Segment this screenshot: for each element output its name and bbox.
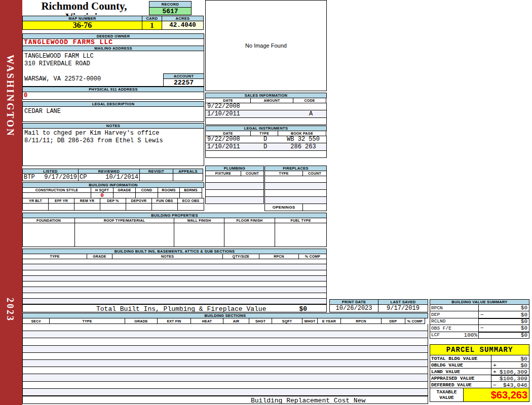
openings-label: OPENINGS <box>264 204 303 211</box>
bvs-row: RPCN $0 <box>430 304 529 311</box>
record-value: 5617 <box>149 7 192 15</box>
parcel-label: OBLDG VALUE <box>430 361 491 369</box>
building-section-row <box>23 324 428 331</box>
photo-placeholder: No Image Found <box>205 0 327 91</box>
instr-bookpage: WB 32 550 <box>279 136 327 143</box>
sale-date: 1/10/2011 <box>206 110 251 117</box>
building-sections-header: SEC# TYPE GRADE EXT FIN HEAT AIR SHGT SQ… <box>22 318 428 324</box>
sale-code <box>294 103 327 110</box>
map-card-acres-row: MAP NUMBER 36-76 CARD 1 ACRES 42.4040 <box>22 16 204 30</box>
taxable-value: $63,263 <box>463 388 529 402</box>
bvs-value: $0 <box>521 318 527 325</box>
built-ins-total-value: $0 <box>299 305 307 313</box>
fuel-type-value <box>275 223 327 247</box>
account-box: ACCOUNT 22257 <box>163 73 204 87</box>
fireplaces-table: FIREPLACES TYPE COUNT OPENINGS <box>264 166 327 211</box>
instrument-row: 1/10/2011 D 286 263 <box>206 143 326 151</box>
building-section-row <box>23 360 428 367</box>
sale-amount <box>251 110 294 117</box>
plumbing-table: PLUMBING FIXTURE COUNT <box>205 166 264 204</box>
wall-finish-value <box>174 223 224 247</box>
built-ins-row <box>23 281 326 287</box>
building-value-summary: BUILDING VALUE SUMMARY RPCN $0 DEP − $0 <box>430 299 529 339</box>
review-table: LISTED REVIEWED REVISIT APPEALS BTP 9/17… <box>22 169 204 181</box>
roof-value <box>74 223 174 247</box>
plumbing-row <box>206 183 263 190</box>
sale-date: 9/22/2008 <box>206 103 251 110</box>
sidebar-year-label: 2023 <box>5 298 15 322</box>
sec-col-9: E YEAR <box>317 318 341 324</box>
sidebar: WASHINGTON 2023 <box>0 0 22 405</box>
built-ins-row <box>23 264 326 270</box>
bvs-op: − <box>480 312 484 318</box>
sales-row <box>206 118 326 125</box>
built-ins-rows <box>22 259 327 304</box>
sec-col-4: HEAT <box>191 318 223 324</box>
bvs-label: RCLND <box>431 318 446 324</box>
sec-col-10: RPCN <box>340 318 382 324</box>
bvs-label: LCF <box>431 332 440 338</box>
instr-date: 1/10/2011 <box>206 143 251 150</box>
sec-col-5: AIR <box>223 318 249 324</box>
bvs-label: DEP <box>431 312 440 317</box>
parcel-op: + <box>493 362 497 369</box>
ecoobs-value <box>177 203 204 211</box>
bvs-pct: 100% <box>464 332 477 338</box>
no-image-text: No Image Found <box>245 43 287 49</box>
listed-value: BTP 9/17/2019 <box>22 173 79 181</box>
parcel-value: $106,309 <box>500 369 527 375</box>
plumbing-col-fixture: FIXTURE <box>205 171 241 176</box>
legal-description-value: CEDAR LANE <box>24 108 61 115</box>
sec-col-3: EXT FIN <box>157 318 191 324</box>
sales-information: SALES INFORMATION DATE AMOUNT CODE 9/22/… <box>205 93 327 125</box>
plumbing-row <box>206 197 263 204</box>
instrument-row <box>206 151 326 157</box>
sec-col-12: % COMP <box>405 318 425 324</box>
building-section-row <box>23 331 428 338</box>
instr-bookpage: 286 263 <box>279 143 327 150</box>
sales-row: 9/22/2008 <box>206 103 326 110</box>
built-ins-total-label: Total Built Ins, Plumbing & Fireplace Va… <box>96 305 266 313</box>
bvs-row: RCLND $0 <box>430 318 529 325</box>
fireplace-row <box>265 190 326 197</box>
taxable-row: TAXABLE VALUE $63,263 <box>430 388 529 402</box>
fireplace-row <box>265 183 326 190</box>
record-box: RECORD 5617 <box>149 1 192 15</box>
taxable-label: TAXABLE VALUE <box>430 388 464 402</box>
listed-date: 9/17/2019 <box>44 174 77 181</box>
taxable-label-line1: TAXABLE <box>437 389 457 395</box>
parcel-row: APPRAISED VALUE $106,309 <box>430 375 529 382</box>
built-ins-row <box>23 299 326 304</box>
building-sections-rows <box>22 324 428 396</box>
floor-finish-value <box>224 223 275 247</box>
bvs-row: DEP − $0 <box>430 311 529 318</box>
acres-value: 42.4040 <box>162 21 204 30</box>
parcel-label: LAND VALUE <box>430 368 491 375</box>
notes-line2: 8/11/11; DB 286-263 from Ethel S Lewis <box>24 137 163 144</box>
built-ins-row <box>23 287 326 293</box>
building-section-row <box>23 346 428 353</box>
building-info-table: CONSTRUCTION STYLE H SQFT GRADE COND ROO… <box>22 187 204 211</box>
appeals-value <box>173 173 203 181</box>
parcel-label: APPRAISED VALUE <box>430 375 491 382</box>
instr-date: 9/22/2008 <box>206 136 251 143</box>
bvs-op: − <box>480 325 484 331</box>
deeded-owner-value: TANGLEWOOD FARMS LLC <box>22 38 204 46</box>
building-section-row <box>23 382 428 389</box>
instr-type: D <box>251 143 279 150</box>
bvs-label: OBS F/E <box>431 326 451 331</box>
bvs-value: $0 <box>521 312 527 318</box>
mailing-line2: 310 RIVERDALE ROAD <box>24 60 90 67</box>
legal-instruments: LEGAL INSTRUMENTS DATE TYPE BOOK PAGE 9/… <box>205 126 327 158</box>
yrblt-value <box>22 203 49 211</box>
sale-amount <box>251 103 294 110</box>
parcel-summary-title: PARCEL SUMMARY <box>430 344 529 355</box>
bvs-value: $0 <box>521 325 527 331</box>
dep-pct-value <box>100 203 126 211</box>
revisit-value <box>139 173 173 181</box>
notes-line1: Mail to chged per Kim Harvey's office <box>24 130 159 137</box>
property-record-card: WASHINGTON 2023 Richmond County, Virgini… <box>0 0 532 405</box>
parcel-row: DEFERRED VALUE − $43,046 <box>430 381 529 388</box>
mailing-line3: WARSAW, VA 22572-0000 <box>24 75 101 83</box>
foundation-value <box>22 223 75 247</box>
